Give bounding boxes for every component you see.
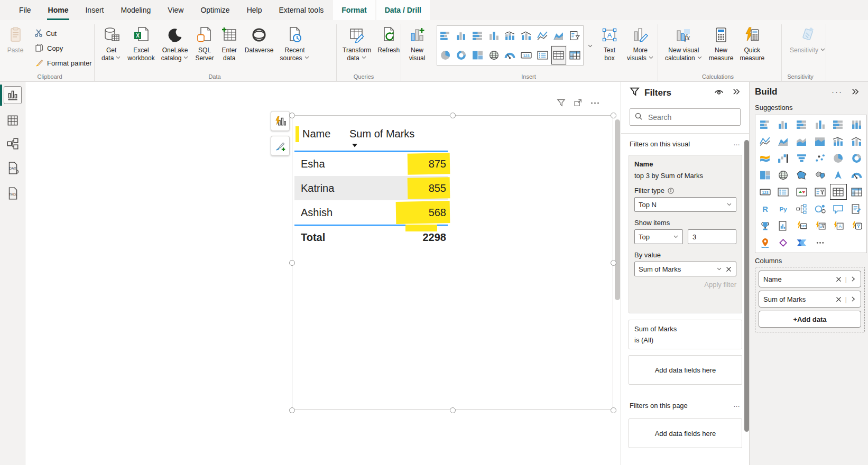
menu-item-optimize[interactable]: Optimize	[192, 0, 238, 20]
suggestion-multirow-card[interactable]	[774, 183, 793, 200]
suggestion-matrix[interactable]	[847, 183, 866, 200]
gallery-visual-map[interactable]	[486, 45, 502, 65]
suggestion-area[interactable]	[774, 133, 793, 150]
suggestion-column-stacked[interactable]	[847, 116, 866, 133]
gallery-expand-chevron[interactable]	[585, 40, 595, 51]
suggestion-power-automate[interactable]	[792, 234, 811, 251]
suggestion-card[interactable]: 123	[756, 183, 774, 200]
suggestion-decomposition-tree[interactable]	[792, 200, 811, 217]
filters-search-input[interactable]	[647, 113, 732, 122]
resize-handle-top-center[interactable]	[450, 113, 456, 118]
filters-search-box[interactable]	[630, 108, 741, 126]
suggestion-treemap[interactable]	[756, 166, 774, 183]
suggestion-donut[interactable]	[847, 150, 866, 166]
suggestion-column[interactable]	[811, 116, 829, 133]
gallery-visual-clustered-column[interactable]	[454, 26, 470, 45]
suggestion-power-apps[interactable]	[774, 234, 793, 251]
suggestion-r-script[interactable]: R	[756, 200, 774, 217]
sidebar-item-tmdl-view[interactable]: TMDL	[0, 183, 25, 204]
suggestion-kpi[interactable]	[792, 183, 811, 200]
toggle-filters-visibility-button[interactable]	[714, 88, 724, 97]
suggestion-clustered-column[interactable]	[774, 116, 793, 133]
ribbon-button-new-visual-calculation[interactable]: fxNew visualcalculation	[662, 23, 706, 64]
suggestion-more[interactable]	[811, 234, 829, 251]
resize-handle-bottom-center[interactable]	[450, 407, 456, 413]
field-options-chevron[interactable]	[850, 296, 856, 302]
ribbon-button-copy[interactable]: Copy	[33, 42, 65, 54]
collapse-filters-pane-button[interactable]	[732, 88, 740, 97]
focus-mode-button[interactable]	[574, 98, 583, 107]
ribbon-button-new-measure[interactable]: Newmeasure	[706, 23, 737, 64]
add-data-fields-page-dropzone[interactable]: Add data fields here	[629, 418, 742, 448]
suggestion-scatter[interactable]	[811, 150, 829, 166]
ribbon-button-sensitivity[interactable]: Sensitivity	[787, 23, 829, 56]
ribbon-button-text-box[interactable]: ATextbox	[597, 23, 622, 64]
build-pane-more-button[interactable]: ···	[832, 87, 843, 96]
table-row[interactable]: Ashish568	[294, 200, 448, 225]
suggestion-line-clustered-column[interactable]	[847, 133, 866, 150]
ribbon-button-onelake-catalog[interactable]: OneLakecatalog	[158, 23, 192, 64]
suggestion-ribbon-chart[interactable]	[756, 150, 774, 166]
ribbon-button-paste[interactable]: Paste	[3, 23, 27, 56]
gallery-visual-gauge[interactable]	[502, 45, 519, 65]
suggestion-smart-narrative[interactable]	[847, 200, 866, 217]
gallery-visual-line-clustered-column[interactable]	[518, 26, 534, 45]
resize-handle-bottom-right[interactable]	[611, 407, 616, 413]
suggestion-filled-map[interactable]	[792, 166, 811, 183]
table-row[interactable]: Katrina855	[294, 176, 448, 200]
field-options-chevron[interactable]	[850, 276, 856, 282]
suggestion-button-slicer[interactable]	[847, 217, 866, 234]
filters-on-visual-more-button[interactable]: …	[730, 139, 741, 147]
sort-descending-icon[interactable]	[352, 142, 358, 148]
ribbon-button-new-visual[interactable]: Newvisual	[405, 23, 429, 64]
menu-item-view[interactable]: View	[159, 0, 192, 20]
suggestion-gauge[interactable]	[847, 166, 866, 183]
gallery-visual-treemap[interactable]	[469, 45, 486, 65]
table-row[interactable]: Esha875	[294, 152, 448, 176]
suggestion-pie[interactable]	[829, 150, 848, 166]
suggestion-stacked-area[interactable]	[792, 133, 811, 150]
suggestion-python[interactable]: Py	[774, 200, 793, 217]
gallery-visual-matrix[interactable]	[567, 45, 583, 65]
sidebar-item-report-view[interactable]	[0, 85, 25, 106]
suggestion-text-slicer[interactable]: A	[829, 217, 848, 234]
field-pill-sum-of-marks[interactable]: Sum of Marks|	[759, 291, 861, 308]
visual-filter-icon-button[interactable]	[557, 98, 566, 107]
suggestion-area-100[interactable]	[811, 133, 829, 150]
suggestion-map[interactable]	[774, 166, 793, 183]
remove-field-button[interactable]	[835, 296, 842, 303]
add-data-button[interactable]: +Add data	[759, 311, 861, 328]
menu-item-home[interactable]: Home	[40, 0, 77, 20]
resize-handle-top-left[interactable]	[289, 113, 295, 118]
gallery-visual-line-stacked-column[interactable]	[502, 26, 519, 45]
ribbon-button-dataverse[interactable]: Dataverse	[242, 23, 277, 56]
ribbon-button-sql-server[interactable]: SQLServer	[192, 23, 217, 64]
gallery-visual-table[interactable]	[551, 45, 567, 65]
gallery-visual-report-slicer[interactable]	[567, 26, 583, 45]
ribbon-button-transform-data[interactable]: Transformdata	[339, 23, 374, 64]
suggestion-paginated-report[interactable]	[774, 217, 793, 234]
gallery-visual-stacked-bar[interactable]	[437, 26, 454, 45]
ribbon-button-format-painter[interactable]: Format painter	[33, 57, 94, 69]
suggestion-bar-stacked[interactable]	[829, 116, 848, 133]
filter-type-select[interactable]: Top N	[634, 197, 736, 212]
table-visual[interactable]: NameSum of MarksEsha875Katrina855Ashish5…	[292, 115, 613, 410]
menu-item-file[interactable]: File	[11, 0, 40, 20]
gallery-visual-bar-100[interactable]	[469, 26, 486, 45]
ribbon-button-more-visuals[interactable]: Morevisuals	[624, 23, 657, 64]
suggestion-table[interactable]	[829, 183, 848, 200]
suggestion-metrics[interactable]	[756, 217, 774, 234]
suggestion-key-influencers[interactable]	[811, 200, 829, 217]
suggestion-shape-map[interactable]	[811, 166, 829, 183]
suggestion-stacked-bar[interactable]	[756, 116, 774, 133]
suggestion-line-stacked-column[interactable]	[829, 133, 848, 150]
collapse-build-pane-button[interactable]	[851, 88, 859, 97]
gallery-visual-pie[interactable]	[437, 45, 454, 65]
suggestion-arcgis-map[interactable]	[756, 234, 774, 251]
menu-item-data-drill[interactable]: Data / Drill	[376, 0, 430, 20]
ribbon-button-recent-sources[interactable]: Recentsources	[276, 23, 312, 64]
menu-item-insert[interactable]: Insert	[77, 0, 112, 20]
filter-card-sum-of-marks[interactable]: Sum of Marksis (All)	[629, 320, 742, 349]
gallery-visual-area[interactable]	[551, 26, 567, 45]
suggestion-line[interactable]	[756, 133, 774, 150]
